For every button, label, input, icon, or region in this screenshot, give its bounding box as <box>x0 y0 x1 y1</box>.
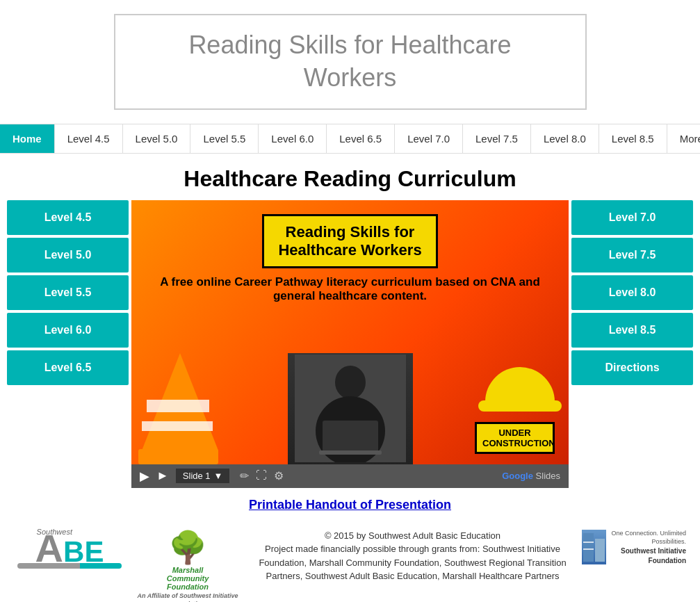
hardhat-right: UNDER CONSTRUCTION <box>478 353 562 464</box>
fullscreen-icon[interactable]: ⛶ <box>256 469 267 482</box>
copyright-text: © 2015 by Southwest Adult Basic Educatio… <box>250 529 575 543</box>
nav-item-level-4-5[interactable]: Level 4.5 <box>55 124 123 153</box>
abe-logo-text: Southwest ABE <box>35 529 104 569</box>
slide-subtitle: A free online Career Pathway literacy cu… <box>145 275 555 303</box>
sidebar-right-item-8-0[interactable]: Level 8.0 <box>571 275 693 310</box>
slideshow-controls: ▶ ► Slide 1 ▼ ✏ ⛶ ⚙ Google Slides <box>131 464 569 488</box>
marshall-logo-container: 🌳 MarshallCommunityFoundationAn Affiliat… <box>132 529 243 602</box>
abe-logo: Southwest ABE <box>35 529 104 569</box>
svg-rect-4 <box>319 450 382 455</box>
sidebar-left-item-6-5[interactable]: Level 6.5 <box>7 350 129 385</box>
nav-bar: Home Level 4.5 Level 5.0 Level 5.5 Level… <box>0 124 700 154</box>
nav-item-level-8-5[interactable]: Level 8.5 <box>599 124 667 153</box>
slideshow-frame: Reading Skills for Healthcare Workers A … <box>131 200 569 464</box>
grants-text: Project made financially possible throug… <box>250 542 575 583</box>
abe-letters-be: BE <box>63 535 104 568</box>
nav-item-level-8-0[interactable]: Level 8.0 <box>531 124 599 153</box>
tree-icon: 🌳 <box>168 529 207 566</box>
sidebar-right-item-8-5[interactable]: Level 8.5 <box>571 313 693 348</box>
header-title-box: Reading Skills for Healthcare Workers <box>114 14 587 110</box>
nav-item-level-6-0[interactable]: Level 6.0 <box>259 124 327 153</box>
footer: Southwest ABE 🌳 MarshallCommunityFoundat… <box>0 519 700 602</box>
sidebar-right-item-directions[interactable]: Directions <box>571 350 693 385</box>
sw-logo-text: One Connection. Unlimited Possibilities.… <box>610 529 686 566</box>
ctrl-icons: ✏ ⛶ ⚙ <box>240 469 284 482</box>
slideshow-container: Reading Skills for Healthcare Workers A … <box>131 200 569 488</box>
sw-initiative-logo: One Connection. Unlimited Possibilities.… <box>582 529 686 566</box>
nav-item-level-6-5[interactable]: Level 6.5 <box>327 124 395 153</box>
footer-text: © 2015 by Southwest Adult Basic Educatio… <box>250 529 575 583</box>
cone-base <box>138 449 218 464</box>
cone-stripe-2 <box>142 421 213 431</box>
handout-link[interactable]: Printable Handout of Presentation <box>0 488 700 519</box>
slide-indicator: Slide 1 ▼ <box>176 469 230 483</box>
person-silhouette <box>288 353 413 464</box>
slide-title-box: Reading Skills for Healthcare Workers <box>262 214 437 268</box>
sidebar-right: Level 7.0 Level 7.5 Level 8.0 Level 8.5 … <box>571 200 693 385</box>
site-title: Reading Skills for Healthcare Workers <box>143 29 557 95</box>
svg-rect-3 <box>323 421 378 452</box>
google-slides-label: Google Slides <box>502 471 560 481</box>
abe-logo-container: Southwest ABE <box>14 529 125 569</box>
cone-stripe-1 <box>147 400 209 412</box>
svg-rect-5 <box>583 533 594 562</box>
edit-icon[interactable]: ✏ <box>240 469 249 482</box>
svg-point-1 <box>335 366 366 399</box>
nav-item-level-5-0[interactable]: Level 5.0 <box>123 124 191 153</box>
hardhat-shape <box>485 367 555 405</box>
svg-rect-6 <box>595 539 605 562</box>
page-title: Healthcare Reading Curriculum <box>0 154 700 200</box>
next-button[interactable]: ► <box>156 469 169 483</box>
nav-item-level-5-5[interactable]: Level 5.5 <box>190 124 259 153</box>
sw-tagline: One Connection. Unlimited Possibilities. <box>611 530 686 546</box>
slide-images: UNDER CONSTRUCTION <box>131 353 569 464</box>
settings-icon[interactable]: ⚙ <box>274 469 284 482</box>
sidebar-left-item-5-5[interactable]: Level 5.5 <box>7 275 129 310</box>
sw-initiative-label: Southwest Initiative Foundation <box>610 546 686 566</box>
nav-item-level-7-0[interactable]: Level 7.0 <box>395 124 463 153</box>
traffic-cone-left <box>138 353 222 464</box>
sidebar-left-item-4-5[interactable]: Level 4.5 <box>7 200 129 235</box>
sidebar-right-item-7-0[interactable]: Level 7.0 <box>571 200 693 235</box>
sidebar-left: Level 4.5 Level 5.0 Level 5.5 Level 6.0 … <box>7 200 129 385</box>
main-content: Level 4.5 Level 5.0 Level 5.5 Level 6.0 … <box>0 200 700 488</box>
person-photo <box>288 353 413 464</box>
hardhat-brim <box>478 400 562 412</box>
sidebar-left-item-5-0[interactable]: Level 5.0 <box>7 238 129 272</box>
sidebar-left-item-6-0[interactable]: Level 6.0 <box>7 313 129 348</box>
dropdown-icon: ▼ <box>214 471 223 481</box>
nav-item-more[interactable]: More <box>667 124 700 153</box>
sw-logo-box: One Connection. Unlimited Possibilities.… <box>582 529 686 566</box>
nav-item-level-7-5[interactable]: Level 7.5 <box>463 124 531 153</box>
play-button[interactable]: ▶ <box>140 469 149 484</box>
sidebar-right-item-7-5[interactable]: Level 7.5 <box>571 238 693 272</box>
marshall-label: MarshallCommunityFoundationAn Affiliate … <box>132 566 243 602</box>
nav-item-home[interactable]: Home <box>0 124 55 153</box>
sw-logo-bar <box>582 530 606 564</box>
under-construction-sign: UNDER CONSTRUCTION <box>475 422 555 454</box>
